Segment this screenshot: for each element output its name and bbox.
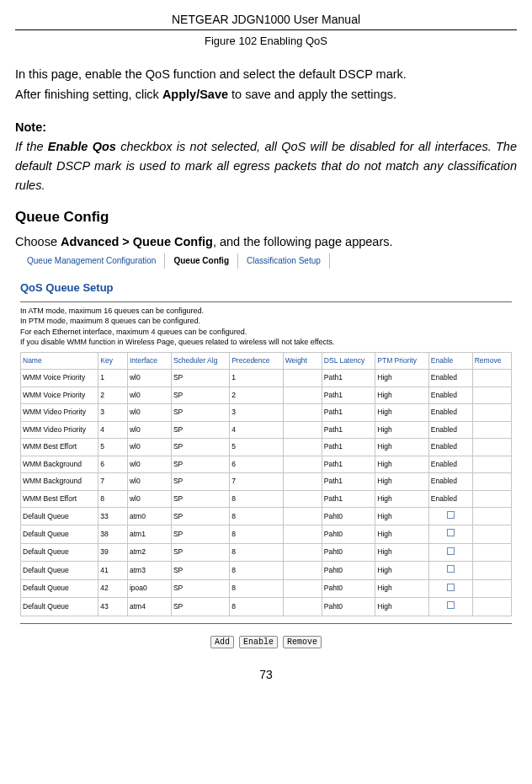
table-cell: WMM Background [21,473,98,490]
table-cell: SP [171,439,229,456]
table-cell [283,421,322,438]
table-cell [472,598,511,616]
table-cell: SP [171,421,229,438]
table-cell: High [375,421,428,438]
table-cell: atm3 [127,562,171,579]
table-row: WMM Video Priority3wl0SP3Path1HighEnable… [21,404,512,421]
table-cell: Path1 [322,473,375,490]
table-cell: 39 [98,543,128,561]
table-cell: 1 [230,370,283,387]
table-header-cell: PTM Priority [375,352,428,369]
table-cell: 2 [98,387,128,403]
table-cell: Default Queue [21,579,98,597]
table-header-cell: Interface [127,352,171,369]
enable-button[interactable]: Enable [239,636,278,648]
table-cell [472,387,511,403]
table-header-row: NameKeyInterfaceScheduler AlgPrecedenceW… [21,352,512,369]
table-cell: Path1 [322,439,375,456]
table-cell: High [375,598,428,616]
table-cell: 8 [230,490,283,507]
table-cell: SP [171,456,229,472]
tab-queue-mgmt[interactable]: Queue Management Configuration [19,253,165,269]
table-cell: WMM Best Effort [21,439,98,456]
tab-classification[interactable]: Classification Setup [238,253,330,269]
table-cell: 4 [230,421,283,438]
table-cell: Path1 [322,456,375,472]
table-cell [283,490,322,507]
table-cell: Default Queue [21,508,98,525]
table-cell [283,508,322,525]
table-cell [283,387,322,403]
table-row: Default Queue41atm3SP8Paht0High [21,562,512,579]
panel-rule-bottom [20,623,512,624]
table-cell: Paht0 [322,508,375,525]
enable-checkbox[interactable] [447,547,455,555]
page-title: NETGEAR JDGN1000 User Manual [15,12,517,28]
panel-note-line: In PTM mode, maximum 8 queues can be con… [20,317,200,325]
queue-config-screenshot: Queue Management Configuration Queue Con… [15,253,517,648]
add-button[interactable]: Add [210,636,234,648]
table-cell: WMM Video Priority [21,404,98,421]
enable-checkbox[interactable] [447,601,455,609]
table-cell [428,598,472,616]
table-cell: wl0 [127,456,171,472]
table-cell [283,598,322,616]
table-cell [472,370,511,387]
table-cell: Paht0 [322,543,375,561]
table-cell: High [375,543,428,561]
table-cell [428,579,472,597]
table-cell: Enabled [428,404,472,421]
table-row: WMM Background7wl0SP7Path1HighEnabled [21,473,512,490]
table-cell: Default Queue [21,543,98,561]
note-label: Note: [15,118,517,137]
table-header-cell: DSL Latency [322,352,375,369]
table-cell: Default Queue [21,525,98,543]
table-cell: 6 [230,456,283,472]
header-rule [15,29,517,30]
table-cell: High [375,508,428,525]
table-cell [283,525,322,543]
table-cell: atm2 [127,543,171,561]
panel-note-line: If you disable WMM function in Wireless … [20,338,335,346]
tab-queue-config[interactable]: Queue Config [165,253,238,269]
note-body: If the Enable Qos checkbox is not select… [15,137,517,196]
table-cell: SP [171,370,229,387]
table-cell [472,456,511,472]
remove-button[interactable]: Remove [283,636,322,648]
table-cell: Enabled [428,473,472,490]
table-cell: High [375,490,428,507]
table-cell: High [375,387,428,403]
table-cell: Path1 [322,490,375,507]
table-cell: 8 [230,543,283,561]
enable-checkbox[interactable] [447,584,455,591]
enable-qos-label: Enable Qos [48,140,116,153]
table-cell: wl0 [127,439,171,456]
enable-checkbox[interactable] [447,565,455,573]
table-header-cell: Precedence [230,352,283,369]
table-cell: 8 [230,598,283,616]
table-cell: SP [171,404,229,421]
table-cell [283,543,322,561]
table-cell [472,525,511,543]
panel-note-line: For each Ethernet interface, maximum 4 q… [20,328,247,336]
panel-rule-top [20,301,512,302]
table-cell [472,543,511,561]
table-cell: WMM Video Priority [21,421,98,438]
table-cell: Enabled [428,456,472,472]
table-cell: 43 [98,598,128,616]
enable-checkbox[interactable] [447,511,455,519]
table-cell: 2 [230,387,283,403]
table-cell: atm4 [127,598,171,616]
table-cell: 7 [98,473,128,490]
table-cell [283,439,322,456]
table-cell: wl0 [127,404,171,421]
table-row: Default Queue42ipoa0SP8Paht0High [21,579,512,597]
breadcrumb-path: Advanced > Queue Config [61,235,213,248]
table-row: WMM Best Effort8wl0SP8Path1HighEnabled [21,490,512,507]
table-cell [428,508,472,525]
table-cell: 33 [98,508,128,525]
table-cell: Path1 [322,404,375,421]
table-header-cell: Scheduler Alg [171,352,229,369]
enable-checkbox[interactable] [447,529,455,536]
intro-paragraph: In this page, enable the QoS function an… [15,65,517,104]
